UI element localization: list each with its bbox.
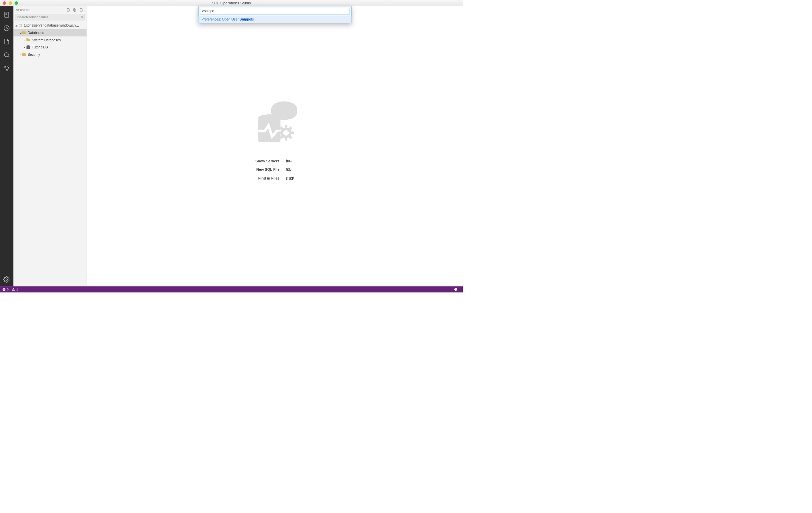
server-group-icon [73,8,77,12]
command-palette-input[interactable] [200,8,350,14]
cmd-label: Find in Files [255,176,280,180]
command-palette: Preferences: Open User Snippets [198,6,352,23]
smiley-icon [454,288,457,291]
cmd-label: New SQL File [255,168,280,172]
clock-icon [3,25,10,32]
server-tree: ◢ tutorialserver.database.windows.n… ◢ D… [13,22,87,58]
error-icon [2,288,6,291]
sidebar-title: SERVERS [16,8,31,12]
svg-line-28 [290,137,292,139]
activity-task-history[interactable] [0,22,13,35]
show-active-button[interactable] [79,7,84,12]
search-icon [3,51,10,58]
warning-count: 1 [16,288,18,291]
command-palette-result[interactable]: Preferences: Open User Snippets [198,16,351,23]
tree-label: System Databases [32,38,61,42]
clear-search-icon[interactable]: ✕ [80,15,83,19]
activity-source-control[interactable] [0,62,13,75]
server-active-icon [79,8,84,12]
branch-icon [3,65,10,72]
svg-point-36 [455,288,457,291]
cmd-shortcut: ⌘G [285,159,294,163]
tree-label: tutorialserver.database.windows.n… [24,24,79,28]
svg-point-35 [13,290,13,290]
sidebar-search: ✕ [16,14,85,20]
new-server-group-button[interactable] [72,7,77,12]
folder-icon [26,39,31,41]
database-icon [26,46,31,49]
svg-line-29 [280,137,282,139]
result-prefix: Preferences: Open User [201,18,239,21]
file-icon [3,38,10,45]
svg-point-6 [4,66,6,67]
svg-line-27 [280,127,282,130]
svg-rect-0 [5,12,9,17]
chevron-down-icon: ◢ [15,24,18,27]
tree-system-databases-node[interactable]: ▸ System Databases [13,36,87,44]
sidebar: SERVERS ✕ ◢ [13,6,87,286]
server-plus-icon [66,8,70,12]
tree-label: Databases [28,31,44,35]
gear-icon [3,276,10,283]
search-input[interactable] [16,14,85,20]
tree-databases-node[interactable]: ◢ Databases [13,29,87,37]
chevron-right-icon: ▸ [23,46,26,49]
titlebar: SQL Operations Studio [0,0,463,6]
status-bar: 0 1 [0,286,463,292]
status-warnings[interactable]: 1 [12,288,18,291]
error-count: 0 [7,288,9,291]
server-icon [18,24,23,27]
svg-point-17 [82,11,83,11]
activity-settings[interactable] [0,273,13,286]
welcome-logo-icon [247,96,302,151]
server-icon [3,11,10,19]
folder-icon [22,53,26,56]
sidebar-header: SERVERS [13,6,87,14]
tree-label: TutorialDB [32,46,48,50]
result-match: Snippe [240,18,251,21]
chevron-right-icon: ▸ [23,39,26,41]
tree-label: Security [28,52,40,56]
window-title: SQL Operations Studio [0,1,463,5]
chevron-right-icon: ▸ [19,53,22,56]
cmd-shortcut: ⌘N [285,168,294,172]
welcome-commands: Show Servers ⌘G New SQL File ⌘N Find in … [255,159,294,180]
svg-line-5 [8,56,9,57]
svg-point-8 [6,69,7,70]
tree-server-node[interactable]: ◢ tutorialserver.database.windows.n… [13,22,87,29]
tree-tutorialdb-node[interactable]: ▸ TutorialDB [13,44,87,51]
cmd-shortcut: ⇧⌘F [285,176,294,180]
svg-rect-18 [19,24,22,27]
status-feedback[interactable] [454,288,457,291]
activity-servers[interactable] [0,8,13,22]
welcome-screen: Show Servers ⌘G New SQL File ⌘N Find in … [247,96,302,181]
activity-search[interactable] [0,49,13,62]
svg-rect-11 [67,8,69,11]
chevron-down-icon: ◢ [19,31,22,34]
svg-point-4 [4,53,8,57]
svg-point-22 [282,129,290,137]
svg-point-38 [456,289,457,289]
svg-point-7 [8,66,9,67]
folder-icon [22,31,26,34]
editor-area: Show Servers ⌘G New SQL File ⌘N Find in … [87,6,463,286]
svg-point-37 [455,289,456,289]
activity-explorer[interactable] [0,35,13,49]
result-suffix: ts [251,18,254,21]
svg-point-10 [6,279,7,280]
svg-point-21 [258,114,280,122]
status-errors[interactable]: 0 [2,288,9,291]
new-connection-button[interactable] [66,7,71,12]
svg-rect-16 [80,8,82,11]
activity-bar [0,6,13,286]
tree-security-node[interactable]: ▸ Security [13,51,87,58]
cmd-label: Show Servers [255,159,280,163]
svg-line-30 [290,127,292,130]
warning-icon [12,288,15,291]
